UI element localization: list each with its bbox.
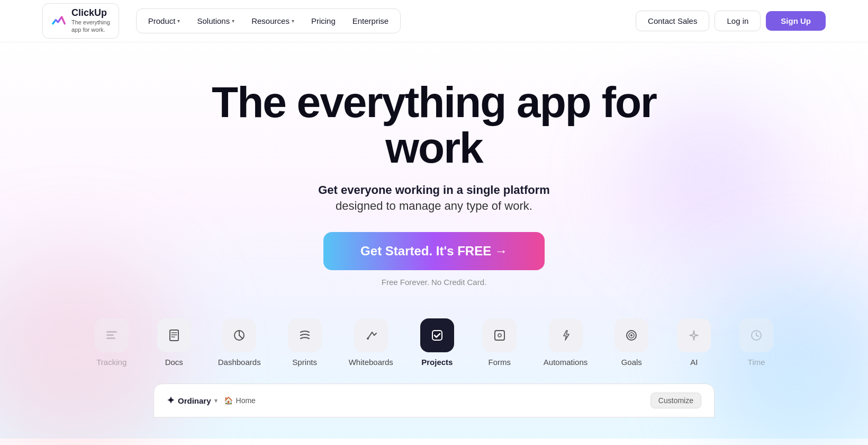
hero-subtitle-line1: Get everyone working in a single platfor… bbox=[318, 183, 550, 197]
chevron-down-icon: ▾ bbox=[292, 18, 294, 24]
tab-whiteboards-label: Whiteboards bbox=[349, 358, 393, 367]
docs-icon bbox=[157, 318, 191, 352]
tab-dashboards-label: Dashboards bbox=[218, 358, 261, 367]
projects-icon bbox=[420, 318, 454, 352]
tracking-icon bbox=[95, 318, 129, 352]
tab-docs-label: Docs bbox=[165, 358, 183, 367]
whiteboards-icon bbox=[354, 318, 388, 352]
preview-breadcrumb: 🏠 Home bbox=[224, 396, 256, 405]
tab-sprints-label: Sprints bbox=[292, 358, 317, 367]
ai-icon bbox=[677, 318, 711, 352]
tab-tracking[interactable]: Tracking bbox=[83, 312, 141, 373]
tab-dashboards[interactable]: Dashboards bbox=[207, 312, 272, 373]
tab-projects[interactable]: Projects bbox=[408, 312, 466, 373]
tab-sprints[interactable]: Sprints bbox=[276, 312, 334, 373]
logo-tagline: The everythingapp for work. bbox=[71, 19, 110, 34]
workspace-star-icon: ✦ bbox=[167, 395, 175, 406]
tab-automations-label: Automations bbox=[544, 358, 587, 367]
contact-sales-button[interactable]: Contact Sales bbox=[636, 11, 709, 31]
automations-icon bbox=[549, 318, 583, 352]
home-icon: 🏠 bbox=[224, 396, 233, 405]
tab-ai-label: AI bbox=[690, 358, 698, 367]
svg-rect-0 bbox=[106, 331, 117, 333]
workspace-logo[interactable]: ✦ Ordinary ▾ bbox=[167, 395, 218, 406]
forms-icon bbox=[483, 318, 517, 352]
dashboards-icon bbox=[222, 318, 256, 352]
customize-button[interactable]: Customize bbox=[650, 393, 701, 408]
workspace-name: Ordinary bbox=[178, 396, 211, 405]
svg-rect-10 bbox=[495, 331, 504, 340]
svg-rect-9 bbox=[432, 331, 442, 340]
tab-forms-label: Forms bbox=[489, 358, 511, 367]
tab-goals-label: Goals bbox=[621, 358, 642, 367]
tab-whiteboards[interactable]: Whiteboards bbox=[338, 312, 404, 373]
tab-tracking-label: Tracking bbox=[96, 358, 126, 367]
nav-pricing[interactable]: Pricing bbox=[304, 12, 343, 30]
tab-goals[interactable]: Goals bbox=[602, 312, 661, 373]
nav-links: Product ▾ Solutions ▾ Resources ▾ Pricin… bbox=[136, 8, 401, 33]
time-icon bbox=[739, 318, 773, 352]
cta-button[interactable]: Get Started. It's FREE → bbox=[323, 232, 545, 270]
tab-automations[interactable]: Automations bbox=[533, 312, 598, 373]
tab-forms[interactable]: Forms bbox=[471, 312, 529, 373]
clickup-logo-icon bbox=[51, 13, 66, 28]
tab-scroll: Tracking Docs Dashboards bbox=[83, 312, 786, 373]
tab-time-label: Time bbox=[748, 358, 765, 367]
cta-sub-text: Free Forever. No Credit Card. bbox=[382, 278, 486, 287]
tab-ai[interactable]: AI bbox=[665, 312, 723, 373]
nav-actions: Contact Sales Log in Sign Up bbox=[636, 11, 826, 31]
feature-tabs: Tracking Docs Dashboards bbox=[83, 312, 786, 373]
svg-point-14 bbox=[630, 334, 632, 336]
navbar: ClickUp The everythingapp for work. Prod… bbox=[0, 0, 868, 42]
tab-docs[interactable]: Docs bbox=[145, 312, 203, 373]
nav-product[interactable]: Product ▾ bbox=[141, 12, 188, 30]
goals-icon bbox=[614, 318, 648, 352]
chevron-down-icon: ▾ bbox=[232, 18, 234, 24]
svg-rect-2 bbox=[106, 337, 115, 339]
hero-title: The everything app for work bbox=[196, 79, 672, 171]
chevron-down-icon: ▾ bbox=[177, 18, 180, 24]
nav-resources[interactable]: Resources ▾ bbox=[244, 12, 302, 30]
logo-name: ClickUp bbox=[71, 8, 110, 19]
svg-point-11 bbox=[498, 334, 501, 337]
svg-point-8 bbox=[367, 337, 369, 340]
hero-subtitle-line2: designed to manage any type of work. bbox=[318, 199, 550, 213]
svg-rect-3 bbox=[170, 330, 178, 341]
nav-enterprise[interactable]: Enterprise bbox=[345, 12, 396, 30]
nav-solutions[interactable]: Solutions ▾ bbox=[189, 12, 242, 30]
chevron-down-icon: ▾ bbox=[214, 397, 218, 404]
breadcrumb-home: Home bbox=[236, 396, 256, 405]
svg-rect-1 bbox=[106, 334, 114, 336]
login-button[interactable]: Log in bbox=[715, 11, 761, 31]
sprints-icon bbox=[288, 318, 322, 352]
tab-projects-label: Projects bbox=[421, 358, 453, 367]
signup-button[interactable]: Sign Up bbox=[766, 11, 826, 31]
app-preview: ✦ Ordinary ▾ 🏠 Home Customize bbox=[153, 384, 715, 417]
tab-time[interactable]: Time bbox=[727, 312, 785, 373]
preview-workspace: ✦ Ordinary ▾ 🏠 Home bbox=[167, 395, 256, 406]
hero-section: The everything app for work Get everyone… bbox=[0, 42, 868, 439]
logo[interactable]: ClickUp The everythingapp for work. bbox=[42, 3, 119, 38]
